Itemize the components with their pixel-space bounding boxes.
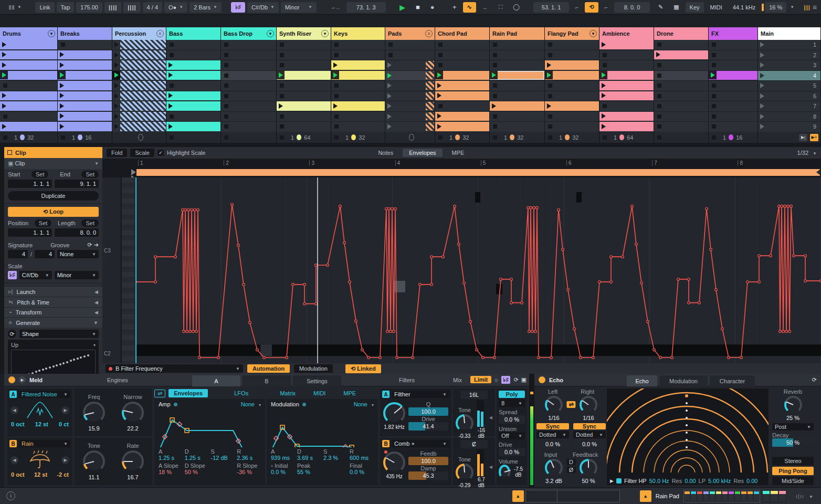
track-header-chord-pad[interactable]: Chord Pad — [435, 27, 490, 40]
set-end-button[interactable]: Set — [81, 171, 99, 178]
track-header-flangy-pad[interactable]: Flangy Pad▼ — [545, 27, 599, 40]
clip-slot[interactable] — [599, 122, 654, 132]
clip-slot[interactable] — [545, 50, 599, 61]
clip-slot[interactable] — [654, 81, 709, 91]
clip-slot[interactable] — [112, 112, 166, 122]
loop-button[interactable]: ⟲ Loop — [8, 207, 99, 217]
groove-commit-icon[interactable]: ➔ — [94, 242, 99, 248]
scene-slot[interactable]: 9 — [758, 122, 821, 132]
clip-end-field[interactable]: 9. 1. 1 — [55, 180, 99, 188]
right-offset-field[interactable]: 0.0 % — [573, 440, 606, 448]
time-signature-field[interactable]: 4 / 4 — [143, 2, 162, 13]
reverb-position-select[interactable]: Post▼ — [772, 423, 814, 430]
record-button[interactable]: ● — [426, 2, 439, 13]
clip-slot[interactable] — [490, 71, 545, 81]
clip-slot[interactable] — [221, 60, 277, 71]
clip-slot[interactable] — [221, 122, 277, 132]
clip-slot[interactable] — [331, 112, 385, 122]
mix-a-gain-arrow-icon[interactable]: ◀ — [489, 415, 492, 420]
track-header-main[interactable]: Main — [758, 27, 821, 40]
scale-mode-button[interactable]: ♭♯ — [231, 2, 245, 13]
loop-start-field[interactable]: 53. 1. 1 — [533, 2, 569, 13]
subtab-envelopes[interactable]: Envelopes — [169, 389, 208, 397]
clip-slot[interactable] — [112, 71, 166, 81]
unison-select[interactable]: Off▼ — [499, 432, 525, 439]
clip-slot[interactable] — [545, 101, 599, 112]
clip-slot[interactable] — [112, 81, 166, 91]
beat-time-ruler[interactable]: 12345678 — [135, 160, 821, 169]
shape-mode-select[interactable]: Up — [11, 342, 18, 348]
track-header-breaks[interactable]: Breaks — [58, 27, 112, 40]
param-value[interactable]: 3.69 s — [297, 455, 321, 461]
decay-field[interactable]: 50 % — [772, 438, 814, 447]
device-preview-icon[interactable]: ▶ — [19, 376, 26, 383]
input-gain-value[interactable]: 3.2 dB — [545, 478, 563, 484]
clip-slot[interactable] — [0, 91, 58, 102]
window-tabs-icon[interactable]: ▮▮ ▼ — [4, 2, 26, 13]
metronome-button[interactable]: O● ▼ — [164, 2, 187, 13]
engine-b-cent-field[interactable]: -2 ct — [57, 471, 69, 478]
clip-position-field[interactable]: 1. 1. 1 — [8, 228, 52, 237]
param-value[interactable]: 1.25 s — [185, 455, 209, 461]
clip-slot[interactable] — [112, 50, 166, 61]
clip-slot[interactable] — [599, 71, 654, 81]
filter-b-select[interactable]: Comb +▼ — [392, 440, 449, 447]
scene-slot[interactable]: 7 — [758, 101, 821, 112]
clip-slot[interactable] — [0, 71, 58, 81]
clip-slot[interactable] — [599, 112, 654, 122]
filter-b-freq-value[interactable]: 435 Hz — [383, 474, 405, 479]
clip-slot[interactable] — [0, 122, 58, 132]
filter-b-damp-field[interactable]: 45.3 — [408, 471, 448, 480]
clip-header[interactable]: ▣ Clip ▼ — [4, 158, 102, 169]
clip-slot[interactable] — [599, 101, 654, 112]
param-value[interactable]: 0.0 % — [271, 469, 295, 475]
stop-all-clips-slot[interactable]: 132 — [545, 132, 599, 143]
crossfade-icon[interactable]: ▶| — [799, 134, 807, 141]
clip-slot[interactable] — [277, 91, 331, 102]
stop-all-clips-slot[interactable] — [385, 132, 435, 143]
scale-name-menu[interactable]: Minor▼ — [281, 2, 317, 13]
scale-root-menu[interactable]: C#/Db▼ — [247, 2, 279, 13]
param-value[interactable]: 0.0 % — [350, 469, 374, 475]
clip-slot[interactable] — [166, 81, 221, 91]
engine-b-oct-field[interactable]: 0 oct — [11, 471, 25, 478]
mod-envelope-display[interactable] — [267, 410, 378, 447]
punch-out-icon[interactable]: ⌐ — [601, 2, 612, 13]
feedback-value[interactable]: 50 % — [580, 478, 597, 484]
track-header-drums[interactable]: Drums▼ — [0, 27, 58, 40]
clip-slot[interactable] — [166, 122, 221, 132]
stop-all-clips-slot[interactable] — [221, 132, 277, 143]
mode-pingpong-button[interactable]: Ping Pong — [772, 467, 814, 475]
clip-slot[interactable] — [545, 60, 599, 71]
clip-slot[interactable] — [112, 40, 166, 50]
scale-aware-icon[interactable]: ♭♯ — [501, 376, 510, 384]
loop-switch[interactable]: ⟲ — [585, 2, 598, 13]
clip-slot[interactable] — [331, 101, 385, 112]
clip-slot[interactable] — [221, 81, 277, 91]
tab-b[interactable]: B — [243, 375, 291, 386]
clip-slot[interactable] — [545, 81, 599, 91]
param-value[interactable]: 2.3 % — [323, 455, 348, 461]
clip-slot[interactable] — [331, 122, 385, 132]
clip-slot[interactable] — [490, 50, 545, 61]
clip-slot[interactable] — [277, 101, 331, 112]
stop-all-clips-icon[interactable]: ▶≡ — [810, 134, 818, 141]
clip-slot[interactable] — [166, 71, 221, 81]
stop-all-clips-slot[interactable]: 132 — [490, 132, 545, 143]
clip-slot[interactable] — [654, 101, 709, 112]
section-launch[interactable]: ▹|Launch◀ — [4, 286, 102, 297]
main-stop-controls[interactable]: ▶|▶≡ — [758, 132, 821, 143]
new-midi-clip-icon[interactable]: + — [448, 2, 461, 13]
engine-a-cent-field[interactable]: 0 ct — [59, 421, 69, 427]
subtab-lfos[interactable]: LFOs — [229, 389, 254, 397]
scene-slot[interactable]: 3 — [758, 60, 821, 71]
automation-arm-button[interactable]: ∿ — [463, 2, 476, 13]
engine-a-select[interactable]: Filtered Noise▼ — [19, 391, 70, 398]
filter-b-feedb-field[interactable]: 100.0 — [408, 457, 448, 465]
hamburger-menu-icon[interactable]: ≡ — [813, 3, 817, 12]
clip-slot[interactable] — [0, 40, 58, 50]
meld-title-bar[interactable]: ▶ Meld Engines A B Settings Filters Mix … — [4, 374, 529, 386]
clip-slot[interactable] — [166, 101, 221, 112]
clip-slot[interactable] — [385, 101, 435, 112]
left-delay-knob[interactable] — [545, 396, 563, 414]
